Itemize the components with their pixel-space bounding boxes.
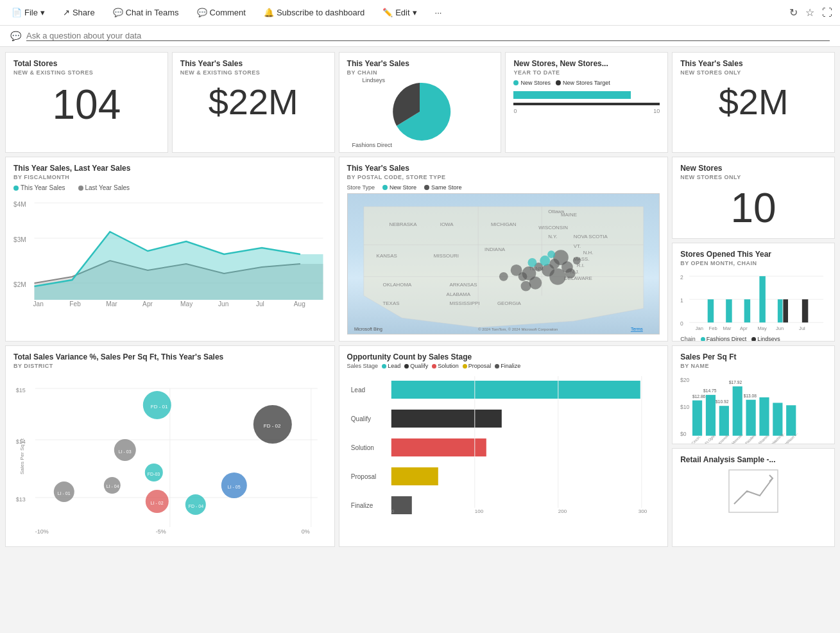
line-chart-card: This Year Sales, Last Year Sales BY FISC… <box>5 157 335 342</box>
new-stores-only-value: $2M <box>680 81 827 123</box>
svg-text:MISSISSIPPI: MISSISSIPPI <box>449 300 479 306</box>
new-stores-count-title: New Stores <box>680 164 827 173</box>
total-stores-card: Total Stores NEW & EXISTING STORES 104 <box>5 52 168 153</box>
line-chart-area: $4M $3M $2M Jan Feb Mar Apr May Jun <box>13 194 327 309</box>
svg-rect-88 <box>692 401 702 436</box>
fullscreen-icon[interactable]: ⛶ <box>822 7 832 19</box>
svg-text:May: May <box>180 300 193 308</box>
svg-point-59 <box>572 257 580 264</box>
svg-text:$2M: $2M <box>13 281 26 288</box>
svg-rect-90 <box>706 395 716 436</box>
svg-text:MICHIGAN: MICHIGAN <box>491 221 517 227</box>
opportunity-chart-svg: Lead Qualify Solution Proposal Finalize … <box>347 373 660 514</box>
svg-rect-92 <box>719 406 729 436</box>
legend-last-year: Last Year Sales <box>78 184 130 191</box>
qa-icon: 💬 <box>10 31 21 41</box>
svg-text:Terms: Terms <box>631 327 643 331</box>
svg-point-50 <box>540 256 550 266</box>
map-svg: NEBRASKA IOWA MICHIGAN MAINE KANSAS MISS… <box>348 194 660 334</box>
svg-text:-10%: -10% <box>35 528 49 535</box>
by-chain-title: This Year's Sales <box>347 59 493 68</box>
legend-new-stores-target: New Stores Target <box>556 80 610 86</box>
legend-new-stores: New Stores <box>513 80 551 86</box>
new-stores-count-value: 10 <box>680 184 827 232</box>
svg-rect-98 <box>760 397 769 436</box>
svg-text:Jul: Jul <box>256 300 264 308</box>
this-year-sales-value: $22M <box>180 81 327 123</box>
svg-text:1: 1 <box>680 297 683 304</box>
file-menu[interactable]: 📄 File ▾ <box>8 5 49 20</box>
more-button[interactable]: ··· <box>431 5 446 20</box>
qa-bar: 💬 <box>0 26 840 47</box>
variance-subtitle: BY DISTRICT <box>13 363 327 369</box>
svg-text:Mar: Mar <box>723 325 732 331</box>
teams-icon: 💬 <box>113 8 123 17</box>
svg-rect-99 <box>773 403 782 435</box>
svg-text:NOVA SCOTIA: NOVA SCOTIA <box>573 234 608 239</box>
legend-solution: Solution <box>432 363 459 369</box>
svg-rect-73 <box>744 299 750 322</box>
svg-text:Aug: Aug <box>294 300 305 308</box>
svg-text:Microsoft Bing: Microsoft Bing <box>354 327 382 332</box>
svg-rect-72 <box>726 299 732 322</box>
chat-label: Chat in Teams <box>126 8 179 17</box>
svg-rect-77 <box>802 299 808 322</box>
svg-text:ARKANSAS: ARKANSAS <box>449 282 477 288</box>
sales-stage-label: Sales Stage <box>347 363 379 369</box>
svg-rect-76 <box>784 299 789 322</box>
svg-rect-150 <box>391 496 411 514</box>
right-column: New Stores NEW STORES ONLY 10 Stores Ope… <box>672 157 835 547</box>
new-stores-ytd-card: New Stores, New Stores... YEAR TO DATE N… <box>505 52 668 153</box>
new-stores-only-subtitle: NEW STORES ONLY <box>680 69 827 76</box>
stores-opened-card: Stores Opened This Year BY OPEN MONTH, C… <box>672 243 835 342</box>
subscribe-icon: 🔔 <box>264 8 274 17</box>
file-icon: 📄 <box>12 8 22 17</box>
dashboard: Total Stores NEW & EXISTING STORES 104 T… <box>0 47 840 552</box>
svg-text:Proposal: Proposal <box>350 473 375 480</box>
svg-text:$10: $10 <box>680 404 689 410</box>
svg-text:VT.: VT. <box>573 243 580 249</box>
svg-text:2: 2 <box>680 274 683 281</box>
subscribe-button[interactable]: 🔔 Subscribe to dashboard <box>260 5 368 20</box>
svg-text:$12.86: $12.86 <box>692 394 706 399</box>
refresh-icon[interactable]: ↻ <box>789 6 798 19</box>
svg-text:N.Y.: N.Y. <box>548 234 557 239</box>
spf-title: Sales Per Sq Ft <box>680 352 827 361</box>
share-button[interactable]: ↗ Share <box>59 5 99 20</box>
legend-lead: Lead <box>382 363 400 369</box>
share-label: Share <box>73 8 95 17</box>
edit-icon: ✏️ <box>382 8 393 17</box>
new-stores-only-card: This Year's Sales NEW STORES ONLY $2M <box>672 52 835 153</box>
svg-text:Ottawa: Ottawa <box>548 209 565 214</box>
svg-text:$14.75: $14.75 <box>703 388 717 393</box>
legend-fd: Fashions Direct <box>701 336 747 342</box>
svg-point-55 <box>565 268 576 279</box>
qa-input[interactable] <box>26 31 830 40</box>
svg-text:Mar: Mar <box>106 300 117 308</box>
svg-text:Jun: Jun <box>776 325 784 331</box>
map-card: This Year's Sales BY POSTAL CODE, STORE … <box>339 157 669 342</box>
svg-text:Jan: Jan <box>696 325 703 331</box>
svg-text:Jun: Jun <box>218 300 228 308</box>
share-icon: ↗ <box>63 8 70 17</box>
map-subtitle: BY POSTAL CODE, STORE TYPE <box>347 174 660 180</box>
legend-new-store: New Store <box>382 184 416 191</box>
favorite-icon[interactable]: ☆ <box>805 6 814 19</box>
pie-label-lindseys: Lindseys <box>362 77 385 83</box>
comment-button[interactable]: 💬 Comment <box>193 5 250 20</box>
svg-point-60 <box>527 258 536 267</box>
spf-chart: $20 $10 $0 $12.86 $14.75 $10.92 $17.92 <box>680 373 827 444</box>
variance-title: Total Sales Variance %, Sales Per Sq Ft,… <box>13 352 327 361</box>
svg-text:Apr: Apr <box>142 300 153 308</box>
svg-point-54 <box>549 268 566 285</box>
svg-text:$0: $0 <box>680 431 687 437</box>
bubble-chart-area: $15 $14 $13 -10% -5% 0% FD - 01 FD - <box>13 373 327 540</box>
chat-in-teams-button[interactable]: 💬 Chat in Teams <box>109 5 183 20</box>
topbar: 📄 File ▾ ↗ Share 💬 Chat in Teams 💬 Comme… <box>0 0 840 26</box>
edit-button[interactable]: ✏️ Edit ▾ <box>379 5 420 20</box>
legend-same-store: Same Store <box>424 184 462 191</box>
svg-text:OKLAHOMA: OKLAHOMA <box>382 282 412 288</box>
retail-sample-title: Retail Analysis Sample -... <box>680 455 827 464</box>
bubble-chart-svg: $15 $14 $13 -10% -5% 0% FD - 01 FD - <box>13 373 327 540</box>
store-type-label: Store Type <box>347 184 375 191</box>
